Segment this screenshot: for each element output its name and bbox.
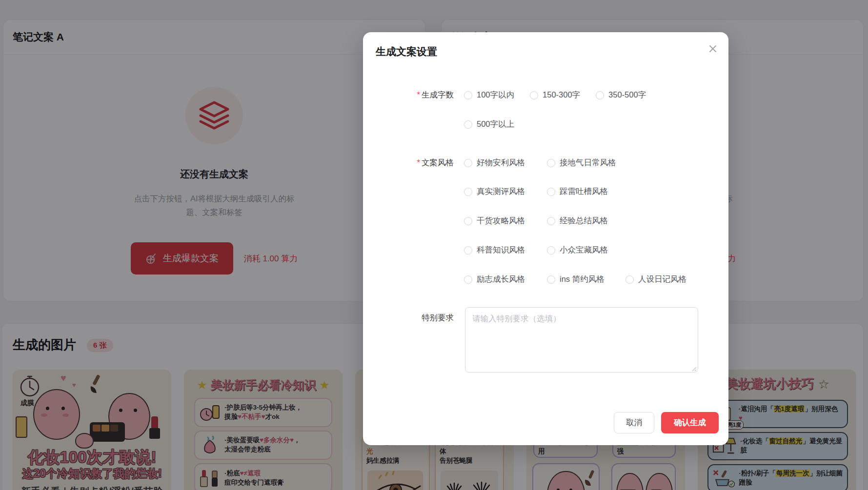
copy-style-label: *文案风格 — [392, 157, 454, 168]
radio-style-haowu[interactable]: 好物安利风格 — [464, 157, 531, 168]
style-options-row-4: 科普知识风格 小众宝藏风格 — [464, 245, 608, 255]
generate-copy-settings-dialog: 生成文案设置 *生成字数 100字以内 150-300字 350-500字 50… — [363, 32, 728, 445]
radio-style-xiaozhong[interactable]: 小众宝藏风格 — [547, 245, 608, 255]
style-options-row-2: 真实测评风格 踩雷吐槽风格 — [464, 186, 608, 197]
radio-circle[interactable] — [464, 91, 472, 99]
radio-circle[interactable] — [626, 275, 634, 284]
radio-style-ins[interactable]: ins 简约风格 — [547, 274, 610, 285]
word-count-options-row-1: 100字以内 150-300字 350-500字 — [464, 90, 646, 100]
radio-option-350-500[interactable]: 350-500字 — [596, 90, 646, 100]
style-options-row-5: 励志成长风格 ins 简约风格 人设日记风格 — [464, 274, 686, 285]
radio-circle[interactable] — [547, 246, 555, 255]
radio-circle[interactable] — [547, 188, 555, 196]
radio-style-ganhuo[interactable]: 干货攻略风格 — [464, 216, 531, 226]
radio-style-rensheriji[interactable]: 人设日记风格 — [626, 274, 686, 285]
radio-style-lizhi[interactable]: 励志成长风格 — [464, 274, 531, 285]
confirm-generate-button[interactable]: 确认生成 — [661, 412, 719, 433]
special-requirements-input[interactable] — [465, 307, 698, 372]
radio-circle[interactable] — [547, 275, 555, 284]
radio-circle[interactable] — [464, 217, 472, 225]
word-count-options-row-2: 500字以上 — [464, 119, 514, 130]
radio-style-kepu[interactable]: 科普知识风格 — [464, 245, 531, 255]
word-count-label: *生成字数 — [392, 90, 454, 100]
dialog-footer: 取消 确认生成 — [614, 412, 719, 433]
radio-circle[interactable] — [547, 217, 555, 225]
radio-circle[interactable] — [464, 120, 472, 129]
radio-option-150-300[interactable]: 150-300字 — [530, 90, 580, 100]
required-asterisk: * — [417, 158, 420, 167]
close-icon[interactable] — [708, 44, 718, 54]
radio-style-jingyan[interactable]: 经验总结风格 — [547, 216, 608, 226]
radio-circle[interactable] — [596, 91, 604, 99]
radio-circle[interactable] — [464, 188, 472, 196]
style-options-row-3: 干货攻略风格 经验总结风格 — [464, 216, 608, 226]
required-asterisk: * — [417, 90, 420, 99]
radio-style-cailei[interactable]: 踩雷吐槽风格 — [547, 186, 608, 197]
radio-option-500plus[interactable]: 500字以上 — [464, 119, 514, 130]
style-options-row-1: 好物安利风格 接地气日常风格 — [464, 157, 616, 168]
radio-circle[interactable] — [464, 246, 472, 255]
radio-circle[interactable] — [464, 159, 472, 167]
radio-circle[interactable] — [464, 275, 472, 284]
radio-style-zhenshi[interactable]: 真实测评风格 — [464, 186, 531, 197]
radio-circle[interactable] — [530, 91, 538, 99]
radio-circle[interactable] — [547, 159, 555, 167]
radio-option-100[interactable]: 100字以内 — [464, 90, 514, 100]
special-requirements-label: 特别要求 — [392, 313, 454, 323]
radio-style-jiediqi[interactable]: 接地气日常风格 — [547, 157, 616, 168]
cancel-button[interactable]: 取消 — [614, 412, 654, 433]
resize-handle-icon[interactable] — [691, 366, 697, 372]
dialog-title: 生成文案设置 — [376, 45, 437, 59]
